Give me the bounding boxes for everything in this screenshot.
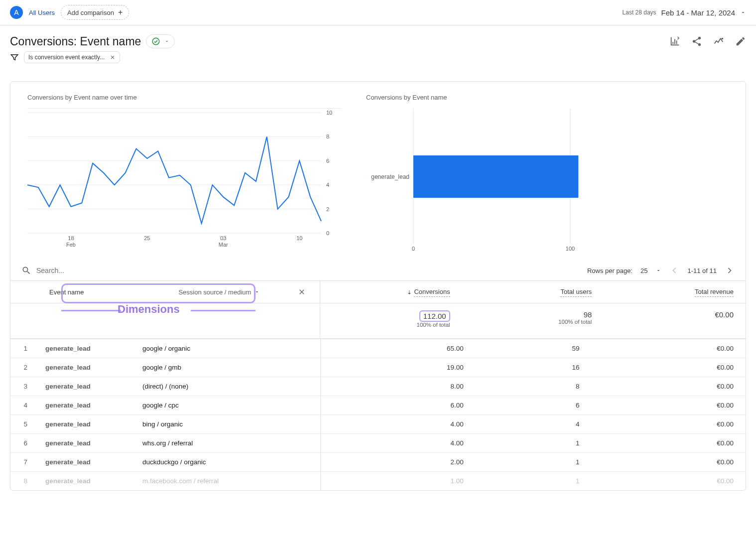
table-row[interactable]: 8 generate_lead m.facebook.com / referra… — [10, 472, 746, 491]
date-range-picker[interactable]: Feb 14 - Mar 12, 2024 — [661, 8, 735, 17]
svg-text:10: 10 — [296, 235, 302, 241]
metrics-headers: Conversions Total users Total revenue — [320, 281, 746, 303]
secondary-dimension-selector[interactable]: Session source / medium — [178, 288, 260, 296]
svg-text:03: 03 — [220, 235, 226, 241]
row-revenue: €0.00 — [592, 396, 746, 415]
all-users-chip[interactable]: All Users — [29, 9, 55, 16]
row-revenue: €0.00 — [592, 415, 746, 434]
customize-report-icon[interactable] — [669, 36, 680, 47]
row-conversions: 4.00 — [321, 434, 476, 453]
table-row[interactable]: 7 generate_lead duckduckgo / organic 2.0… — [10, 453, 746, 472]
row-index: 6 — [10, 434, 36, 453]
search-icon[interactable] — [21, 266, 31, 275]
sort-down-icon — [406, 289, 412, 295]
status-chip[interactable] — [146, 34, 175, 48]
bar-chart-title: Conversions by Event name — [366, 94, 729, 101]
summary-revenue: €0.00 — [604, 303, 746, 338]
row-conversions: 6.00 — [321, 396, 476, 415]
svg-text:18: 18 — [68, 235, 74, 241]
total-revenue-header[interactable]: Total revenue — [604, 281, 746, 303]
row-revenue: €0.00 — [592, 434, 746, 453]
segment-badge[interactable]: A — [10, 6, 23, 19]
table-row[interactable]: 5 generate_lead bing / organic 4.00 4 €0… — [10, 415, 746, 434]
share-icon[interactable] — [691, 36, 702, 47]
remove-dimension-icon[interactable] — [298, 288, 306, 296]
page-title: Conversions: Event name — [10, 35, 141, 48]
filter-icon[interactable] — [10, 53, 19, 62]
row-event: generate_lead — [36, 377, 133, 396]
row-index: 2 — [10, 358, 36, 377]
annotation-line — [61, 310, 121, 311]
line-chart-panel: Conversions by Event name over time 0246… — [27, 94, 341, 255]
row-event: generate_lead — [36, 434, 133, 453]
search-input[interactable] — [36, 267, 587, 274]
row-source: (direct) / (none) — [133, 377, 320, 396]
insights-icon[interactable] — [713, 36, 724, 47]
row-users: 1 — [476, 434, 592, 453]
row-conversions: 1.00 — [321, 472, 476, 491]
summary-conversions: 112.00 100% of total — [320, 303, 462, 338]
dropdown-icon[interactable] — [740, 9, 746, 15]
svg-text:8: 8 — [326, 134, 329, 139]
svg-text:Feb: Feb — [66, 242, 76, 248]
table-row[interactable]: 3 generate_lead (direct) / (none) 8.00 8… — [10, 377, 746, 396]
plus-icon — [118, 8, 123, 17]
data-table: 1 generate_lead google / organic 65.00 5… — [10, 339, 746, 490]
row-event: generate_lead — [36, 472, 133, 491]
close-icon[interactable] — [110, 54, 116, 60]
row-users: 1 — [476, 472, 592, 491]
annotation-label: Dimensions — [118, 303, 180, 316]
row-conversions: 65.00 — [321, 339, 476, 358]
charts-row: Conversions by Event name over time 0246… — [10, 82, 746, 261]
svg-text:6: 6 — [326, 158, 329, 164]
chevron-down-icon — [254, 289, 260, 295]
top-bar: A All Users Add comparison Last 28 days … — [0, 0, 756, 25]
table-row[interactable]: 2 generate_lead google / gmb 19.00 16 €0… — [10, 358, 746, 377]
conversions-header[interactable]: Conversions — [320, 281, 462, 303]
table-header-row: Event name Session source / medium Dimen… — [10, 281, 746, 303]
row-event: generate_lead — [36, 396, 133, 415]
svg-rect-22 — [413, 155, 578, 198]
row-source: google / organic — [133, 339, 320, 358]
title-row: Conversions: Event name — [0, 25, 756, 51]
chevron-down-icon[interactable] — [655, 268, 661, 273]
highlight-box: 112.00 — [419, 310, 450, 322]
row-source: m.facebook.com / referral — [133, 472, 320, 491]
row-source: google / gmb — [133, 358, 320, 377]
row-revenue: €0.00 — [592, 453, 746, 472]
svg-point-1 — [722, 38, 724, 40]
check-circle-icon — [151, 37, 160, 46]
row-index: 4 — [10, 396, 36, 415]
row-source: bing / organic — [133, 415, 320, 434]
add-comparison-button[interactable]: Add comparison — [61, 5, 129, 20]
rows-per-page-label: Rows per page: — [587, 267, 632, 274]
row-users: 59 — [476, 339, 592, 358]
total-users-header[interactable]: Total users — [462, 281, 604, 303]
next-page-icon[interactable] — [725, 266, 735, 275]
table-row[interactable]: 6 generate_lead whs.org / referral 4.00 … — [10, 434, 746, 453]
svg-text:100: 100 — [566, 246, 575, 252]
row-event: generate_lead — [36, 415, 133, 434]
row-source: whs.org / referral — [133, 434, 320, 453]
row-users: 8 — [476, 377, 592, 396]
prev-page-icon[interactable] — [669, 266, 679, 275]
row-index: 3 — [10, 377, 36, 396]
line-chart-title: Conversions by Event name over time — [27, 94, 341, 101]
top-right-group: Last 28 days Feb 14 - Mar 12, 2024 — [623, 8, 746, 17]
report-card: Conversions by Event name over time 0246… — [10, 81, 746, 491]
pagination-group: Rows per page: 25 1-11 of 11 — [587, 266, 735, 275]
event-name-header[interactable]: Event name — [49, 288, 84, 296]
row-users: 16 — [476, 358, 592, 377]
row-index: 5 — [10, 415, 36, 434]
chevron-down-icon — [164, 39, 169, 44]
row-revenue: €0.00 — [592, 339, 746, 358]
rows-per-page-value[interactable]: 25 — [640, 267, 647, 274]
title-actions — [669, 36, 746, 47]
filter-pill[interactable]: Is conversion event exactly... — [24, 51, 120, 63]
table-row[interactable]: 1 generate_lead google / organic 65.00 5… — [10, 339, 746, 358]
row-conversions: 19.00 — [321, 358, 476, 377]
edit-icon[interactable] — [735, 36, 746, 47]
add-comparison-label: Add comparison — [67, 9, 114, 16]
svg-text:0: 0 — [412, 246, 415, 252]
table-row[interactable]: 4 generate_lead google / cpc 6.00 6 €0.0… — [10, 396, 746, 415]
